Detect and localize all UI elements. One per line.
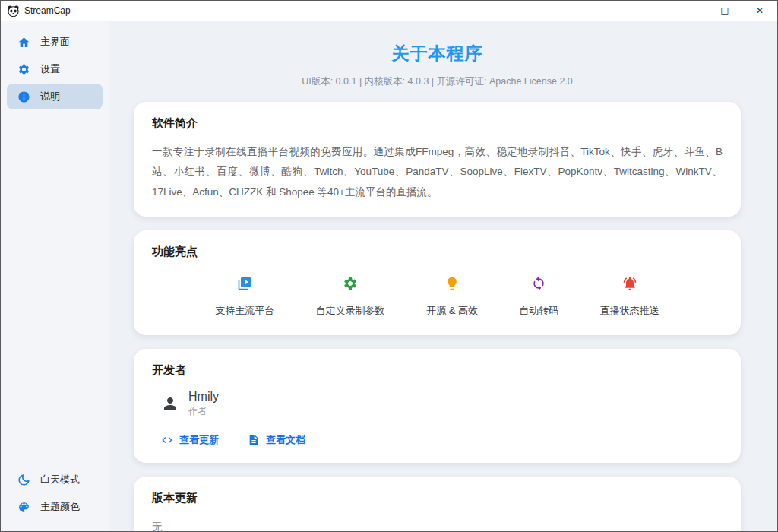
- version-info: UI版本: 0.0.1 | 内核版本: 4.0.3 | 开源许可证: Apach…: [134, 75, 741, 88]
- feature-open-source: 开源 & 高效: [426, 276, 478, 318]
- intro-text: 一款专注于录制在线直播平台视频的免费应用。通过集成FFmpeg，高效、稳定地录制…: [152, 142, 723, 202]
- moon-icon: [17, 473, 30, 486]
- card-software-intro: 软件简介 一款专注于录制在线直播平台视频的免费应用。通过集成FFmpeg，高效、…: [134, 102, 741, 217]
- developer-row: Hmily 作者: [161, 390, 723, 418]
- sidebar-item-main[interactable]: 主界面: [7, 29, 103, 55]
- link-label: 查看更新: [179, 433, 219, 447]
- info-icon: [17, 90, 30, 103]
- feature-auto-transcode: 自动转码: [519, 276, 558, 318]
- card-feature-highlights: 功能亮点 支持主流平台 自定义录制参数: [134, 230, 741, 335]
- sidebar-item-label: 主题颜色: [40, 500, 80, 514]
- sidebar-item-day-mode[interactable]: 白天模式: [7, 467, 103, 492]
- feature-label: 自动转码: [519, 304, 558, 318]
- check-updates-link[interactable]: 查看更新: [161, 433, 219, 447]
- lightbulb-icon: [444, 276, 460, 291]
- card-version-updates: 版本更新 无: [134, 477, 741, 531]
- sidebar-item-settings[interactable]: 设置: [7, 56, 103, 82]
- view-docs-link[interactable]: 查看文档: [248, 433, 305, 447]
- code-icon: [161, 434, 173, 446]
- developer-links: 查看更新 查看文档: [161, 433, 723, 447]
- card-title: 版本更新: [152, 491, 723, 505]
- feature-label: 支持主流平台: [215, 304, 274, 318]
- app-title: StreamCap: [24, 5, 71, 16]
- person-icon: [161, 394, 179, 413]
- gear-icon: [343, 276, 358, 291]
- developer-name: Hmily: [188, 390, 219, 404]
- feature-live-status-push: 直播状态推送: [600, 276, 659, 318]
- feature-custom-params: 自定义录制参数: [316, 276, 385, 318]
- document-icon: [248, 434, 260, 446]
- developer-info: Hmily 作者: [188, 390, 219, 418]
- link-label: 查看文档: [266, 433, 305, 447]
- sidebar-item-label: 说明: [40, 90, 60, 103]
- app-logo-panda-icon: [7, 5, 20, 17]
- updates-content: 无: [152, 521, 723, 531]
- content-row: 主界面 设置 说明 白天模式: [1, 21, 777, 531]
- feature-label: 自定义录制参数: [316, 304, 385, 318]
- sidebar-item-label: 主界面: [40, 35, 70, 49]
- maximize-button[interactable]: □: [707, 1, 742, 21]
- home-icon: [17, 36, 30, 49]
- sidebar: 主界面 设置 说明 白天模式: [1, 21, 109, 531]
- bell-icon: [622, 276, 637, 291]
- titlebar: StreamCap – □ ✕: [1, 1, 777, 21]
- developer-role: 作者: [188, 405, 219, 418]
- sync-icon: [531, 276, 546, 291]
- main-content: 关于本程序 UI版本: 0.0.1 | 内核版本: 4.0.3 | 开源许可证:…: [109, 21, 777, 531]
- sidebar-item-label: 白天模式: [40, 473, 80, 486]
- palette-icon: [17, 501, 30, 514]
- feature-label: 开源 & 高效: [426, 304, 478, 318]
- sidebar-item-theme-color[interactable]: 主题颜色: [7, 494, 103, 520]
- card-title: 开发者: [152, 363, 723, 378]
- sidebar-item-about[interactable]: 说明: [7, 84, 103, 109]
- gear-icon: [17, 63, 30, 76]
- feature-platforms: 支持主流平台: [215, 276, 274, 318]
- close-button[interactable]: ✕: [742, 1, 777, 21]
- card-title: 功能亮点: [152, 245, 723, 259]
- features-row: 支持主流平台 自定义录制参数 开源 & 高效: [152, 276, 723, 318]
- minimize-button[interactable]: –: [672, 1, 707, 21]
- sidebar-item-label: 设置: [40, 62, 60, 76]
- app-window: StreamCap – □ ✕ 主界面 设置: [0, 0, 778, 532]
- feature-label: 直播状态推送: [600, 304, 659, 318]
- card-title: 软件简介: [152, 116, 723, 131]
- sidebar-spacer: [1, 110, 109, 466]
- video-library-icon: [237, 276, 252, 291]
- card-developer: 开发者 Hmily 作者 查看更新: [134, 349, 741, 463]
- page-title: 关于本程序: [134, 42, 741, 65]
